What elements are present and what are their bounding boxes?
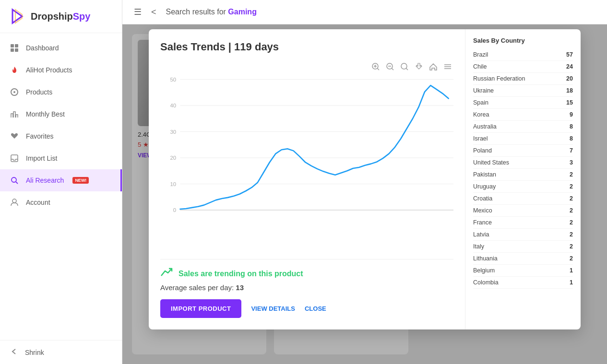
country-item: Brazil57 (473, 49, 573, 61)
svg-rect-3 (15, 44, 18, 47)
country-item: Latvia2 (473, 229, 573, 241)
modal-title: Sales Trends | 119 days (160, 41, 453, 53)
country-item: Israel8 (473, 133, 573, 145)
tag-icon (10, 87, 19, 97)
country-name: Australia (473, 123, 497, 130)
import-product-button[interactable]: IMPORT PRODUCT (160, 299, 241, 318)
main-content: ☰ < Search results for Gaming 2.4GHz W..… (122, 0, 607, 364)
svg-rect-5 (15, 48, 18, 52)
trending-up-icon (160, 267, 174, 281)
user-icon (10, 198, 19, 207)
svg-line-13 (378, 69, 380, 70)
sidebar-item-alihot[interactable]: AliHot Products (0, 59, 122, 81)
inbox-icon (10, 153, 19, 163)
home-icon[interactable] (428, 61, 439, 72)
country-item: Ukraine18 (473, 85, 573, 97)
pan-icon[interactable] (413, 61, 425, 72)
zoom-reset-icon[interactable] (399, 61, 410, 72)
country-item: United States3 (473, 157, 573, 169)
country-name: Chile (473, 63, 487, 70)
sidebar-shrink[interactable]: Shrink (0, 340, 122, 364)
search-results-text: Search results for Gaming (166, 8, 257, 16)
logo-text-part1: Dropship (31, 11, 73, 22)
sidebar-item-monthly-best-label: Monthly Best (26, 110, 65, 118)
svg-rect-4 (11, 48, 14, 52)
country-name: Brazil (473, 51, 488, 58)
country-count: 3 (570, 159, 573, 166)
country-item: Russian Federation20 (473, 73, 573, 85)
country-count: 18 (566, 87, 573, 94)
country-count: 24 (566, 63, 573, 70)
ali-research-badge: NEW! (72, 177, 89, 184)
country-item: Mexico2 (473, 205, 573, 217)
country-item: Poland7 (473, 145, 573, 157)
sidebar-item-ali-research[interactable]: Ali Research NEW! (0, 169, 122, 191)
country-count: 9 (570, 111, 573, 118)
sidebar-item-favorites-label: Favorites (26, 132, 54, 140)
country-count: 2 (570, 231, 573, 238)
trending-row: Sales are trending on this product (160, 267, 453, 281)
country-count: 20 (566, 75, 573, 82)
svg-rect-8 (11, 155, 18, 162)
back-icon[interactable]: < (151, 7, 156, 17)
sales-trends-modal: Sales Trends | 119 days (149, 29, 581, 329)
country-count: 2 (570, 255, 573, 262)
country-item: Lithuania2 (473, 253, 573, 265)
country-list: Brazil57Chile24Russian Federation20Ukrai… (473, 49, 573, 289)
country-name: Ukraine (473, 87, 494, 94)
sidebar-item-products[interactable]: Products (0, 81, 122, 103)
zoom-out-icon[interactable] (384, 61, 396, 72)
country-name: Pakistan (473, 171, 496, 178)
sidebar-item-favorites[interactable]: Favorites (0, 125, 122, 147)
country-name: Croatia (473, 195, 492, 202)
zoom-in-icon[interactable] (370, 61, 381, 72)
svg-text:30: 30 (170, 129, 176, 135)
country-item: Croatia2 (473, 193, 573, 205)
svg-line-10 (16, 182, 18, 184)
modal-overlay: Sales Trends | 119 days (122, 24, 607, 364)
svg-text:10: 10 (170, 181, 176, 187)
avg-sales-label: Average sales per day: (160, 283, 234, 292)
chart-svg: 50 40 30 20 10 0 (160, 74, 453, 230)
sidebar-item-import-list[interactable]: Import List (0, 147, 122, 169)
modal-main-panel: Sales Trends | 119 days (149, 29, 465, 329)
close-button[interactable]: CLOSE (305, 305, 326, 312)
country-name: Poland (473, 147, 492, 154)
country-name: Israel (473, 135, 488, 142)
svg-point-7 (13, 91, 15, 93)
avg-sales-row: Average sales per day: 13 (160, 283, 453, 292)
country-name: United States (473, 159, 509, 166)
country-item: Spain15 (473, 97, 573, 109)
x-axis-labels: 07-30 08-02 08-05 08-08 08-11 08-14 08-1… (179, 230, 453, 254)
search-prefix: Search results for (166, 8, 228, 16)
country-count: 8 (570, 123, 573, 130)
svg-text:50: 50 (170, 77, 176, 82)
svg-point-9 (12, 177, 16, 182)
country-count: 2 (570, 219, 573, 226)
country-name: Belgium (473, 267, 495, 274)
menu-dots-icon[interactable] (442, 61, 453, 72)
country-count: 8 (570, 135, 573, 142)
sidebar-item-dashboard[interactable]: Dashboard (0, 37, 122, 59)
sidebar-item-account[interactable]: Account (0, 191, 122, 213)
fire-icon (10, 65, 19, 75)
country-item: Korea9 (473, 109, 573, 121)
country-item: Pakistan2 (473, 169, 573, 181)
sidebar-item-alihot-label: AliHot Products (26, 66, 72, 74)
sidebar-item-ali-research-label: Ali Research (26, 176, 64, 184)
sidebar-shrink-label: Shrink (25, 349, 44, 356)
logo-text-part2: Spy (73, 11, 91, 22)
country-name: Spain (473, 99, 488, 106)
country-name: Colombia (473, 279, 499, 286)
avg-sales-value: 13 (236, 283, 244, 292)
svg-text:40: 40 (170, 103, 176, 108)
country-item: Belgium1 (473, 265, 573, 277)
country-count: 2 (570, 171, 573, 178)
country-count: 1 (570, 267, 573, 274)
menu-icon[interactable]: ☰ (134, 7, 142, 17)
sidebar-item-monthly-best[interactable]: Monthly Best (0, 103, 122, 125)
modal-actions: IMPORT PRODUCT VIEW DETAILS CLOSE (160, 299, 453, 318)
view-details-button[interactable]: VIEW DETAILS (251, 305, 295, 312)
country-count: 1 (570, 279, 573, 286)
trending-message: Sales are trending on this product (179, 270, 303, 278)
